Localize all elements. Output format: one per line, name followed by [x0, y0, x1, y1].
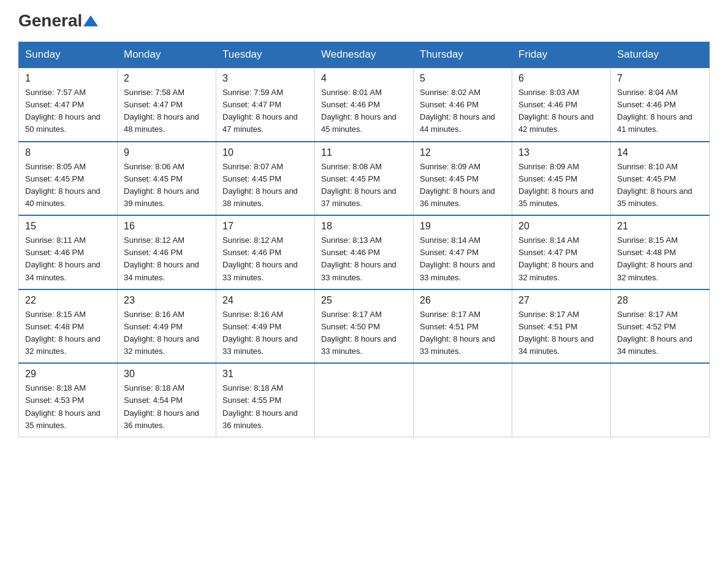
day-cell-16: 16 Sunrise: 8:12 AMSunset: 4:46 PMDaylig…	[118, 215, 216, 289]
day-info: Sunrise: 8:07 AMSunset: 4:45 PMDaylight:…	[222, 161, 308, 210]
day-info: Sunrise: 7:59 AMSunset: 4:47 PMDaylight:…	[222, 86, 308, 136]
day-number: 31	[222, 369, 308, 380]
day-cell-12: 12 Sunrise: 8:09 AMSunset: 4:45 PMDaylig…	[414, 142, 512, 216]
day-info: Sunrise: 8:09 AMSunset: 4:45 PMDaylight:…	[518, 161, 604, 210]
page-header: General	[18, 12, 710, 29]
weekday-header-row: SundayMondayTuesdayWednesdayThursdayFrid…	[19, 42, 710, 68]
day-cell-27: 27 Sunrise: 8:17 AMSunset: 4:51 PMDaylig…	[512, 289, 611, 364]
day-number: 28	[617, 295, 703, 306]
day-number: 26	[420, 295, 506, 306]
day-info: Sunrise: 8:12 AMSunset: 4:46 PMDaylight:…	[222, 234, 308, 284]
day-number: 14	[617, 147, 703, 158]
day-info: Sunrise: 8:17 AMSunset: 4:50 PMDaylight:…	[321, 308, 407, 358]
weekday-header-saturday: Saturday	[611, 42, 710, 68]
day-cell-22: 22 Sunrise: 8:15 AMSunset: 4:48 PMDaylig…	[19, 289, 118, 364]
day-info: Sunrise: 8:03 AMSunset: 4:46 PMDaylight:…	[518, 86, 604, 136]
day-info: Sunrise: 8:17 AMSunset: 4:52 PMDaylight:…	[617, 308, 703, 358]
day-number: 8	[25, 147, 111, 158]
empty-cell	[512, 363, 611, 437]
day-number: 15	[25, 221, 111, 232]
week-row-5: 29 Sunrise: 8:18 AMSunset: 4:53 PMDaylig…	[19, 363, 710, 437]
day-info: Sunrise: 8:14 AMSunset: 4:47 PMDaylight:…	[518, 234, 604, 284]
day-number: 4	[321, 73, 407, 84]
logo-triangle-icon	[83, 15, 98, 26]
day-info: Sunrise: 7:57 AMSunset: 4:47 PMDaylight:…	[25, 86, 111, 136]
day-number: 20	[518, 221, 604, 232]
weekday-header-friday: Friday	[512, 42, 611, 68]
week-row-4: 22 Sunrise: 8:15 AMSunset: 4:48 PMDaylig…	[19, 289, 710, 364]
day-number: 22	[25, 295, 111, 306]
day-cell-21: 21 Sunrise: 8:15 AMSunset: 4:48 PMDaylig…	[611, 215, 710, 289]
day-info: Sunrise: 8:17 AMSunset: 4:51 PMDaylight:…	[518, 308, 604, 358]
day-number: 18	[321, 221, 407, 232]
day-cell-30: 30 Sunrise: 8:18 AMSunset: 4:54 PMDaylig…	[118, 363, 216, 437]
day-number: 21	[617, 221, 703, 232]
day-info: Sunrise: 8:02 AMSunset: 4:46 PMDaylight:…	[420, 86, 506, 136]
day-cell-6: 6 Sunrise: 8:03 AMSunset: 4:46 PMDayligh…	[512, 67, 611, 142]
day-cell-10: 10 Sunrise: 8:07 AMSunset: 4:45 PMDaylig…	[216, 142, 315, 216]
day-info: Sunrise: 8:18 AMSunset: 4:53 PMDaylight:…	[25, 382, 111, 432]
logo-general-text: General	[18, 12, 82, 29]
weekday-header-monday: Monday	[118, 42, 216, 68]
day-cell-31: 31 Sunrise: 8:18 AMSunset: 4:55 PMDaylig…	[216, 363, 315, 437]
day-cell-2: 2 Sunrise: 7:58 AMSunset: 4:47 PMDayligh…	[118, 67, 216, 142]
day-info: Sunrise: 8:18 AMSunset: 4:55 PMDaylight:…	[222, 382, 308, 432]
day-info: Sunrise: 8:09 AMSunset: 4:45 PMDaylight:…	[420, 161, 506, 210]
day-cell-25: 25 Sunrise: 8:17 AMSunset: 4:50 PMDaylig…	[315, 289, 414, 364]
weekday-header-thursday: Thursday	[414, 42, 512, 68]
week-row-2: 8 Sunrise: 8:05 AMSunset: 4:45 PMDayligh…	[19, 142, 710, 216]
day-number: 9	[124, 147, 210, 158]
day-info: Sunrise: 8:16 AMSunset: 4:49 PMDaylight:…	[222, 308, 308, 358]
day-cell-15: 15 Sunrise: 8:11 AMSunset: 4:46 PMDaylig…	[19, 215, 118, 289]
weekday-header-wednesday: Wednesday	[315, 42, 414, 68]
day-cell-29: 29 Sunrise: 8:18 AMSunset: 4:53 PMDaylig…	[19, 363, 118, 437]
day-cell-24: 24 Sunrise: 8:16 AMSunset: 4:49 PMDaylig…	[216, 289, 315, 364]
day-number: 25	[321, 295, 407, 306]
day-number: 11	[321, 147, 407, 158]
calendar-table: SundayMondayTuesdayWednesdayThursdayFrid…	[18, 42, 710, 437]
day-info: Sunrise: 8:05 AMSunset: 4:45 PMDaylight:…	[25, 161, 111, 210]
day-info: Sunrise: 8:18 AMSunset: 4:54 PMDaylight:…	[124, 382, 210, 432]
day-info: Sunrise: 8:06 AMSunset: 4:45 PMDaylight:…	[124, 161, 210, 210]
day-number: 27	[518, 295, 604, 306]
day-info: Sunrise: 8:14 AMSunset: 4:47 PMDaylight:…	[420, 234, 506, 284]
day-cell-19: 19 Sunrise: 8:14 AMSunset: 4:47 PMDaylig…	[414, 215, 512, 289]
weekday-header-sunday: Sunday	[19, 42, 118, 68]
day-info: Sunrise: 8:10 AMSunset: 4:45 PMDaylight:…	[617, 161, 703, 210]
day-number: 23	[124, 295, 210, 306]
day-cell-1: 1 Sunrise: 7:57 AMSunset: 4:47 PMDayligh…	[19, 67, 118, 142]
day-number: 16	[124, 221, 210, 232]
day-cell-3: 3 Sunrise: 7:59 AMSunset: 4:47 PMDayligh…	[216, 67, 315, 142]
day-number: 3	[222, 73, 308, 84]
day-info: Sunrise: 8:12 AMSunset: 4:46 PMDaylight:…	[124, 234, 210, 284]
day-info: Sunrise: 8:16 AMSunset: 4:49 PMDaylight:…	[124, 308, 210, 358]
day-info: Sunrise: 8:15 AMSunset: 4:48 PMDaylight:…	[617, 234, 703, 284]
day-number: 12	[420, 147, 506, 158]
day-number: 29	[25, 369, 111, 380]
empty-cell	[414, 363, 512, 437]
day-cell-23: 23 Sunrise: 8:16 AMSunset: 4:49 PMDaylig…	[118, 289, 216, 364]
day-number: 2	[124, 73, 210, 84]
day-cell-26: 26 Sunrise: 8:17 AMSunset: 4:51 PMDaylig…	[414, 289, 512, 364]
empty-cell	[611, 363, 710, 437]
day-cell-20: 20 Sunrise: 8:14 AMSunset: 4:47 PMDaylig…	[512, 215, 611, 289]
day-info: Sunrise: 8:04 AMSunset: 4:46 PMDaylight:…	[617, 86, 703, 136]
day-number: 30	[124, 369, 210, 380]
empty-cell	[315, 363, 414, 437]
day-cell-9: 9 Sunrise: 8:06 AMSunset: 4:45 PMDayligh…	[118, 142, 216, 216]
day-cell-17: 17 Sunrise: 8:12 AMSunset: 4:46 PMDaylig…	[216, 215, 315, 289]
day-cell-28: 28 Sunrise: 8:17 AMSunset: 4:52 PMDaylig…	[611, 289, 710, 364]
day-info: Sunrise: 8:01 AMSunset: 4:46 PMDaylight:…	[321, 86, 407, 136]
week-row-1: 1 Sunrise: 7:57 AMSunset: 4:47 PMDayligh…	[19, 67, 710, 142]
day-cell-7: 7 Sunrise: 8:04 AMSunset: 4:46 PMDayligh…	[611, 67, 710, 142]
day-cell-14: 14 Sunrise: 8:10 AMSunset: 4:45 PMDaylig…	[611, 142, 710, 216]
day-cell-13: 13 Sunrise: 8:09 AMSunset: 4:45 PMDaylig…	[512, 142, 611, 216]
day-cell-11: 11 Sunrise: 8:08 AMSunset: 4:45 PMDaylig…	[315, 142, 414, 216]
day-cell-8: 8 Sunrise: 8:05 AMSunset: 4:45 PMDayligh…	[19, 142, 118, 216]
day-number: 7	[617, 73, 703, 84]
day-info: Sunrise: 8:17 AMSunset: 4:51 PMDaylight:…	[420, 308, 506, 358]
day-info: Sunrise: 8:08 AMSunset: 4:45 PMDaylight:…	[321, 161, 407, 210]
day-number: 13	[518, 147, 604, 158]
week-row-3: 15 Sunrise: 8:11 AMSunset: 4:46 PMDaylig…	[19, 215, 710, 289]
day-info: Sunrise: 8:15 AMSunset: 4:48 PMDaylight:…	[25, 308, 111, 358]
